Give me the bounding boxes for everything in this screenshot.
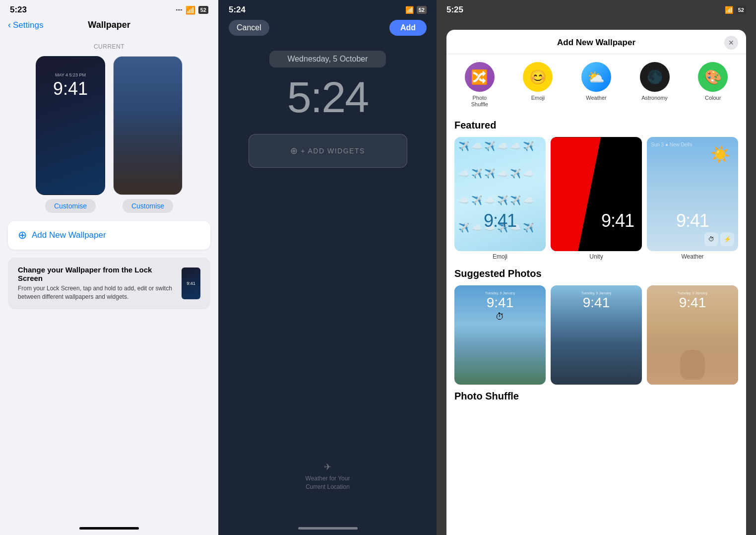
- status-time-2: 5:24: [229, 5, 246, 15]
- emoji-wallpaper-thumb: ✈️☁️✈️☁️ ☁️✈️☁️✈️ ✈️☁️✈️☁️ ☁️✈️☁️✈️ ✈️☁️…: [454, 137, 546, 251]
- cat-label-photo-shuffle: PhotoShuffle: [471, 95, 488, 108]
- unity-thumb-label: Unity: [551, 253, 642, 260]
- page-title-wallpaper: Wallpaper: [88, 20, 130, 30]
- photo2-overlay: Tuesday, 9 January 9:41: [551, 291, 642, 311]
- colour-icon: 🎨: [698, 62, 728, 92]
- photo-shuffle-section-title: Photo Shuffle: [454, 391, 738, 402]
- cat-item-astronomy[interactable]: 🌑 Astronomy: [639, 62, 671, 108]
- category-icons-row: 🔀 PhotoShuffle 😊 Emoji ⛅ Weather 🌑: [446, 54, 746, 112]
- modal-add-wallpaper: Add New Wallpaper ✕ 🔀 PhotoShuffle 😊 Emo…: [446, 30, 746, 535]
- astronomy-icon: 🌑: [640, 62, 670, 92]
- suggested-photos-grid: Tuesday, 9 January 9:41 ⏱ Tuesday, 9 Jan…: [454, 285, 738, 385]
- panel-add-wallpaper: 5:25 📶 52 Add New Wallpaper ✕ 🔀 PhotoShu…: [437, 0, 756, 535]
- photo2-time: 9:41: [551, 295, 642, 311]
- emoji-icon: 😊: [523, 62, 553, 92]
- status-time-3: 5:25: [446, 5, 463, 15]
- cat-item-photo-shuffle[interactable]: 🔀 PhotoShuffle: [464, 62, 496, 108]
- info-description: From your Lock Screen, tap and hold to a…: [18, 284, 174, 301]
- current-label: CURRENT: [0, 43, 218, 50]
- suggested-photo-3[interactable]: Tuesday, 9 January 9:41: [647, 285, 738, 385]
- ls-widget-plus-icon: ⊕: [290, 145, 298, 156]
- ls-bottom-info: ✈ Weather for YourCurrent Location: [306, 462, 350, 491]
- lockscreen-preview: Wednesday, 5 October 5:24 ⊕ + ADD WIDGET…: [219, 41, 437, 521]
- home-bg: [114, 57, 182, 195]
- ls-time-display: 5:24: [287, 75, 368, 119]
- mini-widget-2: ⚡: [720, 232, 734, 246]
- back-label: Settings: [13, 20, 43, 30]
- ls-date: Wednesday, 5 October: [269, 51, 385, 67]
- emoji-thumb-time: 9:41: [484, 210, 516, 231]
- add-wallpaper-row[interactable]: ⊕ Add New Wallpaper: [8, 221, 210, 250]
- lock-screen-preview[interactable]: MAY 4 5:23 PM 9:41: [36, 56, 105, 195]
- cat-label-astronomy: Astronomy: [641, 95, 668, 101]
- info-text: Change your Wallpaper from the Lock Scre…: [18, 266, 174, 301]
- featured-item-weather[interactable]: ☀️ Sun 3 ● New Delhi 9:41 ⏱ ⚡ Weather: [647, 137, 738, 260]
- unity-red-shape: [551, 137, 642, 251]
- photo3-time: 9:41: [647, 295, 738, 311]
- battery-indicator-1: 52: [198, 6, 208, 14]
- wifi-icon-2: 📶: [405, 6, 414, 14]
- weather-thumb-label: Weather: [647, 253, 738, 260]
- cancel-button[interactable]: Cancel: [229, 20, 269, 36]
- battery-indicator-2: 52: [417, 6, 427, 14]
- wifi-icon: 📶: [186, 5, 195, 15]
- back-button[interactable]: ‹ Settings: [8, 20, 43, 30]
- photo1-icon: ⏱: [454, 312, 546, 322]
- weather-widgets: ⏱ ⚡: [647, 232, 738, 246]
- emoji-thumb-label: Emoji: [454, 253, 546, 260]
- cat-label-emoji: Emoji: [531, 95, 545, 101]
- photo3-face: [647, 315, 738, 385]
- signal-icon: ····: [176, 6, 182, 13]
- status-icons-2: 📶 52: [405, 6, 427, 14]
- featured-grid: ✈️☁️✈️☁️ ☁️✈️☁️✈️ ✈️☁️✈️☁️ ☁️✈️☁️✈️ ✈️☁️…: [454, 137, 738, 260]
- panel-lock-screen-editor: 5:24 📶 52 Cancel Add Wednesday, 5 Octobe…: [218, 0, 437, 535]
- emoji-bg: ✈️☁️✈️☁️ ☁️✈️☁️✈️ ✈️☁️✈️☁️ ☁️✈️☁️✈️ ✈️☁️…: [454, 137, 546, 251]
- cat-label-weather: Weather: [586, 95, 606, 101]
- home-indicator-2: [219, 521, 437, 535]
- suggested-photo-2[interactable]: Tuesday, 9 January 9:41: [551, 285, 642, 385]
- cat-item-colour[interactable]: 🎨 Colour: [697, 62, 729, 108]
- modal-header: Add New Wallpaper ✕: [446, 30, 746, 54]
- preview-time-1: 9:41: [53, 78, 88, 99]
- photo1-date: Tuesday, 9 January: [454, 291, 546, 295]
- customise-btn-1[interactable]: Customise: [45, 199, 96, 213]
- home-bar-1: [79, 527, 139, 530]
- weather-thumb-time: 9:41: [647, 210, 738, 231]
- featured-item-emoji[interactable]: ✈️☁️✈️☁️ ☁️✈️☁️✈️ ✈️☁️✈️☁️ ☁️✈️☁️✈️ ✈️☁️…: [454, 137, 546, 260]
- weather-location-text: Sun 3 ● New Delhi: [651, 142, 692, 147]
- suggested-photo-1[interactable]: Tuesday, 9 January 9:41 ⏱: [454, 285, 546, 385]
- cat-label-colour: Colour: [705, 95, 721, 101]
- wallpaper-preview-row: MAY 4 5:23 PM 9:41 Customise Customise: [0, 56, 218, 213]
- photo2-date: Tuesday, 9 January: [551, 291, 642, 295]
- status-bar-3: 5:25 📶 52: [437, 0, 756, 17]
- ls-widgets-area[interactable]: ⊕ + ADD WIDGETS: [249, 134, 407, 168]
- featured-section-title: Featured: [454, 120, 738, 131]
- photo3-date: Tuesday, 9 January: [647, 291, 738, 295]
- info-title: Change your Wallpaper from the Lock Scre…: [18, 266, 174, 282]
- customise-btn-2[interactable]: Customise: [123, 199, 173, 213]
- cat-item-weather[interactable]: ⛅ Weather: [580, 62, 612, 108]
- ls-location-text: Weather for YourCurrent Location: [306, 474, 350, 491]
- modal-close-button[interactable]: ✕: [724, 36, 738, 50]
- status-bar-2: 5:24 📶 52: [219, 0, 437, 17]
- add-button-panel2[interactable]: Add: [389, 20, 427, 36]
- home-bar-2: [298, 527, 358, 530]
- wallpaper-content: CURRENT MAY 4 5:23 PM 9:41 Customise: [0, 34, 218, 521]
- home-screen-preview[interactable]: [113, 56, 183, 195]
- photo3-overlay: Tuesday, 9 January 9:41: [647, 291, 738, 311]
- modal-scroll-area[interactable]: Featured ✈️☁️✈️☁️ ☁️✈️☁️✈️ ✈️☁️✈️☁️ ☁️✈️…: [446, 112, 746, 535]
- nav-bar-1: ‹ Settings Wallpaper: [0, 17, 218, 34]
- weather-icon: ⛅: [581, 62, 611, 92]
- panel-wallpaper-settings: 5:23 ···· 📶 52 ‹ Settings Wallpaper CURR…: [0, 0, 218, 535]
- cat-item-emoji[interactable]: 😊 Emoji: [522, 62, 554, 108]
- lock-screen-item: MAY 4 5:23 PM 9:41 Customise: [36, 56, 105, 213]
- home-screen-item: Customise: [113, 56, 183, 213]
- home-bg-overlay: [114, 112, 182, 195]
- photo1-time: 9:41: [454, 295, 546, 311]
- featured-item-unity[interactable]: 9:41 Unity: [551, 137, 642, 260]
- photo1-overlay: Tuesday, 9 January 9:41 ⏱: [454, 291, 546, 322]
- chevron-left-icon: ‹: [8, 20, 11, 30]
- weather-wallpaper-thumb: ☀️ Sun 3 ● New Delhi 9:41 ⏱ ⚡: [647, 137, 738, 251]
- status-icons-1: ···· 📶 52: [176, 5, 208, 15]
- location-icon: ✈: [324, 462, 331, 472]
